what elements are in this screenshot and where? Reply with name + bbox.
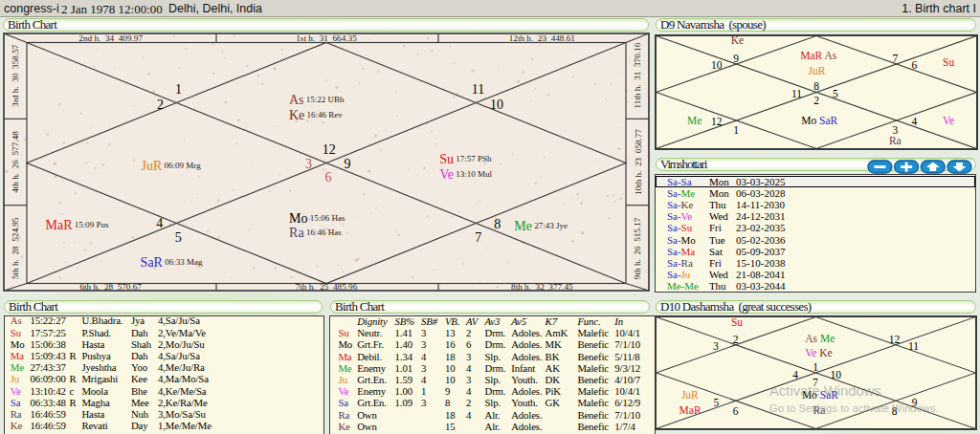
- svg-text:MaR As: MaR As: [800, 50, 837, 61]
- svg-text:6: 6: [733, 405, 739, 417]
- svg-text:JuR: JuR: [809, 65, 826, 76]
- svg-text:1st h. 31 664.35: 1st h. 31 664.35: [296, 33, 357, 43]
- svg-text:2: 2: [157, 98, 164, 112]
- svg-text:5: 5: [175, 230, 182, 245]
- svg-text:9: 9: [733, 53, 739, 64]
- svg-text:4th h. 26 577.48: 4th h. 26 577.48: [11, 131, 20, 193]
- svg-text:7th h. 25 485.96: 7th h. 25 485.96: [296, 282, 358, 292]
- svg-text:10: 10: [711, 59, 723, 71]
- svg-text:11: 11: [791, 88, 802, 99]
- svg-text:12: 12: [889, 334, 901, 345]
- svg-text:5: 5: [714, 397, 720, 408]
- svg-text:MaR: MaR: [679, 404, 702, 416]
- svg-text:8th h. 32 377.45: 8th h. 32 377.45: [511, 282, 573, 292]
- svg-text:1: 1: [733, 124, 739, 136]
- svg-text:10: 10: [831, 369, 842, 380]
- svg-text:Ke: Ke: [731, 34, 744, 46]
- svg-text:As Me: As Me: [805, 333, 835, 344]
- svg-text:1: 1: [175, 82, 182, 97]
- svg-text:Mo SaR: Mo SaR: [801, 115, 837, 126]
- svg-text:5: 5: [833, 88, 838, 99]
- svg-text:5th h. 28 524.95: 5th h. 28 524.95: [11, 217, 20, 279]
- svg-text:11: 11: [908, 340, 919, 352]
- svg-text:4: 4: [792, 369, 798, 380]
- svg-text:6th h. 28 570.67: 6th h. 28 570.67: [79, 282, 142, 292]
- svg-text:Su: Su: [731, 316, 743, 328]
- svg-text:Su: Su: [943, 56, 954, 68]
- svg-text:2: 2: [813, 95, 819, 106]
- svg-text:6: 6: [325, 170, 332, 184]
- svg-text:2nd h. 34 409.97: 2nd h. 34 409.97: [78, 33, 143, 43]
- svg-text:10: 10: [490, 98, 503, 112]
- svg-text:Ra: Ra: [889, 135, 902, 146]
- svg-text:3: 3: [713, 340, 719, 352]
- svg-text:4: 4: [156, 216, 163, 230]
- svg-text:Ve: Ve: [943, 115, 954, 126]
- svg-text:11th h. 31 370.16: 11th h. 31 370.16: [634, 42, 643, 108]
- svg-text:11: 11: [472, 82, 484, 97]
- svg-text:2: 2: [733, 334, 739, 345]
- svg-text:Ve Ke: Ve Ke: [805, 347, 832, 358]
- svg-text:3rd h. 30 358.57: 3rd h. 30 358.57: [11, 44, 20, 106]
- svg-text:JuR: JuR: [681, 389, 699, 401]
- svg-text:12: 12: [711, 116, 723, 127]
- svg-text:7: 7: [475, 230, 481, 245]
- svg-text:8: 8: [813, 80, 819, 92]
- svg-text:9th h. 26 515.17: 9th h. 26 515.17: [634, 217, 643, 279]
- svg-text:12: 12: [323, 142, 336, 157]
- svg-text:6: 6: [911, 59, 917, 71]
- svg-text:9: 9: [345, 157, 351, 171]
- svg-text:1: 1: [813, 361, 818, 373]
- svg-text:4: 4: [911, 116, 917, 127]
- svg-text:10th h. 23 658.77: 10th h. 23 658.77: [634, 129, 643, 196]
- svg-text:Me: Me: [687, 115, 702, 126]
- svg-text:3: 3: [305, 157, 312, 171]
- svg-text:8: 8: [494, 217, 501, 231]
- svg-text:7: 7: [892, 53, 898, 64]
- svg-text:12th h. 23 448.61: 12th h. 23 448.61: [509, 33, 576, 43]
